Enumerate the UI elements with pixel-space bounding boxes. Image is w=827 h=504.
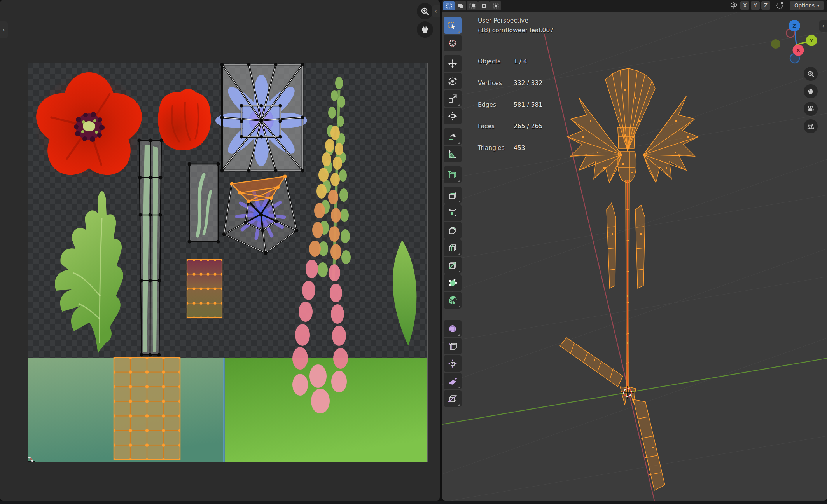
mesh-statistics: Objects1 / 4 Vertices332 / 332 Edges581 … [478, 44, 542, 166]
navigation-gizmo[interactable]: Z Y X [769, 16, 823, 70]
tool-add-cube-icon [448, 170, 458, 180]
mirror-butterfly-icon[interactable] [729, 1, 739, 10]
select-mode-extend-button[interactable] [455, 1, 466, 10]
chevron-left-icon: ‹ [435, 8, 437, 15]
object-label: (18) cornfloweer leaf.007 [478, 27, 554, 34]
stat-value: 453 [514, 145, 525, 152]
camera-icon [807, 105, 815, 113]
chevron-down-icon: ▾ [817, 3, 819, 8]
tool-spin[interactable] [444, 292, 462, 309]
options-dropdown[interactable]: Options ▾ [790, 1, 824, 10]
cornflower-star-uv[interactable] [215, 63, 307, 173]
select-set-icon [446, 3, 452, 9]
leaf-rect-uv[interactable] [188, 162, 220, 244]
tool-smooth-icon [448, 324, 458, 334]
select-mode-intersect-button[interactable] [490, 1, 501, 10]
tool-cursor-icon [448, 38, 458, 48]
select-extend-icon [458, 3, 464, 9]
mirror-z-button[interactable]: Z [761, 1, 770, 10]
uv-image-editor[interactable]: › [0, 0, 440, 501]
select-mode-difference-button[interactable] [478, 1, 490, 10]
tool-loop-cut-icon [448, 243, 458, 253]
tool-inset-faces[interactable] [444, 204, 462, 221]
vp-camera-button[interactable] [804, 102, 818, 116]
tool-measure[interactable] [444, 146, 462, 162]
select-difference-icon [481, 3, 487, 9]
mirror-y-button[interactable]: Y [751, 1, 759, 10]
tool-move[interactable] [444, 55, 462, 72]
tool-edge-slide[interactable] [444, 338, 462, 354]
poppy-petal [158, 89, 211, 150]
tool-measure-icon [448, 149, 458, 159]
cornflower-pentagon-uv[interactable] [222, 175, 299, 255]
vp-zoom-button[interactable] [804, 67, 818, 81]
gizmo-negative-y[interactable] [771, 39, 780, 49]
band-divider [223, 358, 225, 462]
ground-grid-uv[interactable] [114, 358, 180, 460]
mirror-x-button[interactable]: X [740, 1, 749, 10]
tool-spin-icon [448, 295, 458, 305]
vp-pan-button[interactable] [804, 84, 818, 98]
viewport-3d[interactable]: X Y Z Options ▾ [442, 0, 827, 501]
vp-ortho-toggle-button[interactable] [804, 119, 818, 133]
tool-extrude-region-icon [448, 190, 458, 201]
cornflower-mesh[interactable] [560, 68, 698, 490]
tool-scale[interactable] [444, 90, 462, 107]
tool-rotate[interactable] [444, 73, 462, 89]
gradient-grid-uv[interactable] [187, 260, 222, 318]
proportional-edit-icon[interactable] [775, 1, 785, 10]
tool-extrude-region[interactable] [444, 187, 462, 204]
tool-transform-icon [448, 111, 458, 121]
tool-transform[interactable] [444, 108, 462, 124]
stat-value: 332 / 332 [514, 80, 542, 87]
window-bottom-edge [0, 501, 827, 504]
poppy-flower [29, 72, 149, 186]
gizmo-z-ball[interactable]: Z [789, 20, 800, 31]
gizmo-x-ball[interactable]: X [793, 45, 804, 56]
tool-smooth[interactable] [444, 320, 462, 337]
tool-poly-build-icon [448, 278, 458, 288]
uv-pan-button[interactable] [417, 21, 433, 38]
select-intersect-icon [493, 3, 499, 9]
tool-inset-faces-icon [448, 208, 458, 218]
uv-sidebar-collapse-button[interactable]: ‹ [432, 5, 440, 17]
tool-scale-icon [448, 94, 458, 104]
uv-region-toggle-button[interactable]: › [0, 21, 8, 38]
stat-label: Edges [478, 101, 514, 108]
tool-poly-build[interactable] [444, 274, 462, 291]
tool-edge-slide-icon [448, 341, 458, 351]
hand-icon [420, 25, 430, 34]
tool-bevel[interactable] [444, 222, 462, 239]
uv-zoom-button[interactable] [417, 3, 433, 19]
options-label: Options [794, 2, 815, 9]
simple-leaf [393, 240, 416, 346]
tool-move-icon [448, 59, 458, 69]
tool-annotate-icon [448, 132, 458, 142]
gizmo-x-label: X [796, 47, 800, 53]
tool-annotate[interactable] [444, 128, 462, 145]
view-label: User Perspective [478, 17, 528, 24]
tool-shrink-fatten-icon [448, 359, 458, 369]
tool-shear[interactable] [444, 373, 462, 389]
gizmo-y-label: Y [809, 38, 813, 44]
tool-select-box[interactable] [444, 17, 462, 34]
tool-rotate-icon [448, 76, 458, 86]
stat-label: Vertices [478, 80, 514, 87]
select-mode-set-button[interactable] [443, 1, 455, 10]
stat-label: Objects [478, 58, 514, 65]
gizmo-y-ball[interactable]: Y [806, 35, 817, 46]
tool-rip-region-icon [448, 394, 458, 404]
chevron-right-icon: › [3, 26, 5, 33]
vp-sidebar-collapse-button[interactable]: ‹ [819, 20, 827, 32]
gizmo-z-label: Z [792, 23, 796, 29]
tool-knife[interactable] [444, 257, 462, 274]
select-mode-subtract-button[interactable] [467, 1, 478, 10]
hand-icon [807, 87, 815, 95]
uv-texture-canvas[interactable] [28, 63, 428, 462]
tool-add-cube[interactable] [444, 166, 462, 183]
stem-strip-uv[interactable] [138, 139, 163, 357]
tool-shrink-fatten[interactable] [444, 355, 462, 372]
tool-loop-cut[interactable] [444, 239, 462, 256]
tool-cursor[interactable] [444, 35, 462, 51]
tool-rip-region[interactable] [444, 390, 462, 407]
